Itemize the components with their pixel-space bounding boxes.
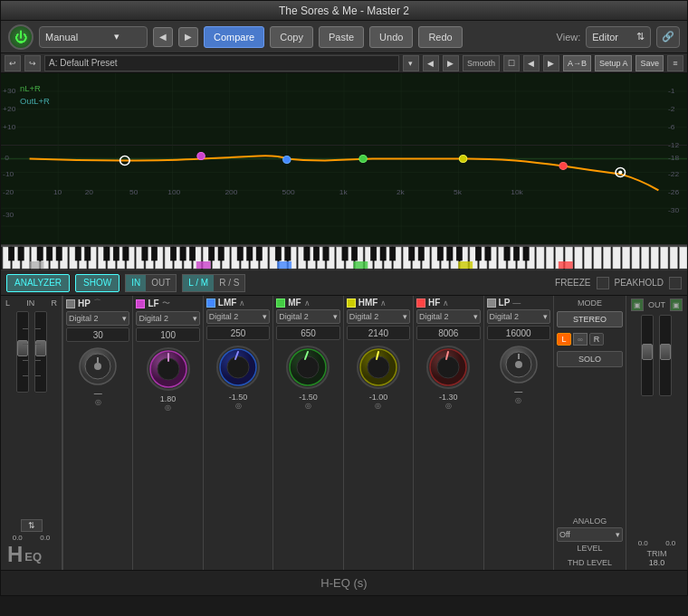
lm-rs-toggle: L / M R / S	[182, 274, 245, 292]
trim-label: TRIM	[629, 549, 684, 558]
arrow-left-icon[interactable]: ◀	[523, 55, 540, 71]
mf-type-dropdown[interactable]: Digital 2 ▾	[276, 309, 339, 324]
compare-button[interactable]: Compare	[204, 26, 264, 48]
peakhold-checkbox[interactable]	[669, 277, 682, 289]
left-out-fader-handle[interactable]	[642, 344, 653, 360]
hmf-type-dropdown[interactable]: Digital 2 ▾	[347, 309, 410, 324]
svg-rect-175	[559, 261, 573, 269]
link-lr-button[interactable]: ∞	[573, 333, 588, 346]
undo-button[interactable]: Undo	[369, 26, 413, 48]
setup-a-button[interactable]: Setup A	[595, 55, 633, 71]
out-toggle[interactable]: OUT	[146, 275, 176, 291]
menu-icon[interactable]: ≡	[667, 55, 683, 71]
power-button[interactable]: ⏻	[8, 24, 33, 50]
hp-freq[interactable]: 30	[66, 327, 129, 342]
svg-point-194	[368, 356, 389, 378]
lmf-gain: -1.50	[206, 393, 270, 402]
svg-point-198	[437, 356, 459, 378]
left-fader-handle[interactable]	[17, 340, 28, 356]
lmf-knob[interactable]	[215, 345, 261, 390]
output-db-values: 0.0 0.0	[629, 539, 684, 547]
preset-prev[interactable]: ◀	[423, 55, 439, 71]
nav-forward-button[interactable]: ▶	[178, 27, 198, 47]
nav-back-button[interactable]: ◀	[153, 27, 173, 47]
link-button[interactable]: 🔗	[656, 26, 680, 48]
mf-knob[interactable]	[285, 345, 330, 390]
lf-band: LF 〜 Digital 2 ▾ 100	[132, 296, 202, 570]
r-button[interactable]: R	[589, 333, 604, 346]
undo-icon[interactable]: ↩	[5, 55, 21, 71]
lf-type-dropdown[interactable]: Digital 2 ▾	[136, 311, 199, 326]
lp-type-dropdown[interactable]: Digital 2 ▾	[487, 309, 550, 324]
lmf-type-dropdown[interactable]: Digital 2 ▾	[206, 309, 270, 324]
svg-rect-161	[418, 247, 424, 261]
lp-band-header: LP —	[487, 298, 550, 308]
lf-knob[interactable]	[146, 346, 191, 392]
right-fader-track[interactable]	[34, 311, 47, 393]
hf-freq[interactable]: 8006	[416, 326, 480, 340]
mf-band-header: MF ∧	[276, 298, 339, 308]
paste-button[interactable]: Paste	[319, 26, 364, 48]
preset-arrow-down[interactable]: ▾	[403, 55, 419, 71]
right-output-section: ▣ OUT ▣ 0.0 0.0 TRIM 18.0	[626, 296, 687, 570]
svg-rect-173	[354, 261, 368, 269]
lmf-band-name: LMF	[218, 298, 237, 308]
stereo-button[interactable]: STEREO	[557, 311, 623, 327]
svg-rect-171	[196, 261, 211, 269]
copy-button[interactable]: Copy	[270, 26, 313, 48]
preset-dropdown[interactable]: Manual ▾	[39, 26, 148, 48]
eq-display[interactable]: +30 +20 +10 0 -10 -20 -30 -1 -2 -6 -12 -…	[1, 73, 687, 245]
rs-toggle[interactable]: R / S	[214, 275, 244, 291]
fader-arrow-button[interactable]: ⇅	[21, 519, 43, 532]
hp-knob[interactable]	[78, 346, 118, 386]
svg-text:-30: -30	[3, 211, 14, 219]
input-db-values: 0.0 0.0	[4, 534, 59, 542]
lp-knob[interactable]	[499, 345, 539, 384]
hp-gain: —	[66, 389, 129, 398]
lp-freq[interactable]: 16000	[487, 326, 550, 340]
lmf-freq[interactable]: 250	[206, 326, 270, 340]
analyzer-button[interactable]: ANALYZER	[6, 274, 70, 292]
svg-point-190	[297, 356, 319, 378]
svg-text:0: 0	[5, 155, 9, 163]
svg-rect-134	[56, 247, 62, 261]
lr-header: L IN R	[4, 299, 59, 308]
hf-knob[interactable]	[425, 345, 471, 390]
mf-gain: -1.50	[276, 393, 339, 402]
lp-gain: —	[487, 387, 550, 396]
right-out-fader-track[interactable]	[659, 315, 672, 396]
lm-toggle[interactable]: L / M	[183, 275, 214, 291]
smooth-check[interactable]: ☐	[503, 55, 520, 71]
arrow-right-icon[interactable]: ▶	[543, 55, 559, 71]
hmf-band-name: HMF	[358, 298, 378, 308]
left-fader-track[interactable]	[16, 311, 29, 393]
solo-button[interactable]: SOLO	[557, 351, 623, 367]
svg-rect-120	[594, 247, 601, 269]
right-fader-handle[interactable]	[35, 340, 46, 356]
redo-icon[interactable]: ↪	[24, 55, 41, 71]
svg-rect-141	[151, 247, 157, 261]
hmf-freq[interactable]: 2140	[347, 326, 410, 340]
preset-name-display: A: Default Preset	[44, 55, 399, 71]
hp-type-dropdown[interactable]: Digital 2 ▾	[66, 311, 129, 326]
l-button[interactable]: L	[557, 333, 571, 346]
right-out-fader-handle[interactable]	[660, 344, 671, 360]
hf-band-header: HF ∧	[416, 298, 480, 308]
show-button[interactable]: SHOW	[75, 274, 119, 292]
mode-analog-section: MODE STEREO L ∞ R SOLO ANALOG Off ▾ LEVE…	[553, 296, 626, 570]
view-dropdown[interactable]: Editor ⇅	[586, 26, 651, 48]
preset-next[interactable]: ▶	[443, 55, 459, 71]
mf-freq[interactable]: 650	[276, 326, 339, 340]
hmf-knob[interactable]	[356, 345, 401, 390]
left-out-fader-track[interactable]	[641, 315, 654, 396]
save-button[interactable]: Save	[635, 55, 664, 71]
in-toggle[interactable]: IN	[126, 275, 146, 291]
hf-type-dropdown[interactable]: Digital 2 ▾	[416, 309, 480, 324]
analog-dropdown[interactable]: Off ▾	[557, 527, 623, 542]
lf-freq[interactable]: 100	[136, 327, 199, 342]
ab-button[interactable]: A→B	[563, 55, 591, 71]
redo-button[interactable]: Redo	[418, 26, 462, 48]
freeze-checkbox[interactable]	[597, 277, 609, 289]
svg-point-178	[94, 363, 101, 370]
eq-controls: L IN R	[1, 296, 687, 570]
